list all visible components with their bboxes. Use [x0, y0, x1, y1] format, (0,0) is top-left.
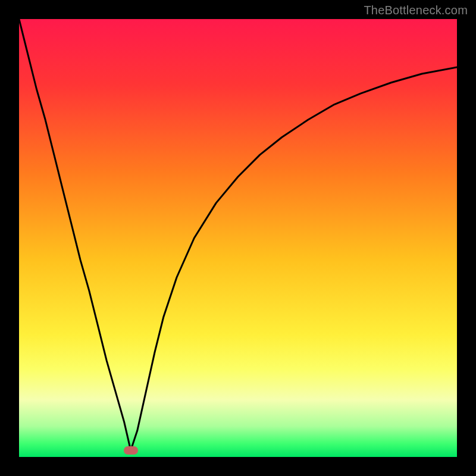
- bottleneck-plot: [19, 19, 457, 457]
- attribution-label: TheBottleneck.com: [364, 4, 468, 17]
- plot-frame: [19, 19, 457, 457]
- optimal-marker: [124, 446, 138, 455]
- gradient-background: [19, 19, 457, 457]
